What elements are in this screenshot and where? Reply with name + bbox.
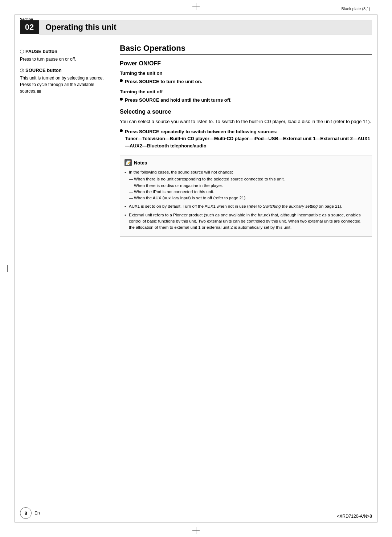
bullet-dot	[120, 79, 123, 82]
source-button-section: Ⓙ SOURCE button This unit is turned on b…	[20, 68, 107, 94]
bullet-dot-3	[120, 129, 123, 132]
select-source-bullet: Press SOURCE repeatedly to switch betwee…	[120, 128, 372, 150]
notes-item-2: AUX1 is set to on by default. Turn off t…	[124, 203, 367, 209]
footer-left-inner: 8 En	[20, 507, 40, 519]
source-number: Ⓙ	[20, 68, 24, 73]
turning-on-heading: Turning the unit on	[120, 70, 372, 76]
pause-body: Press to turn pause on or off.	[20, 56, 107, 62]
source-title: SOURCE button	[25, 68, 62, 73]
notes-box: 📝 Notes In the following cases, the soun…	[120, 155, 372, 237]
notes-subitem-4: When the AUX (auxiliary input) is set to…	[129, 195, 367, 201]
bullet-dot-2	[120, 98, 123, 101]
crosshair-left	[4, 265, 11, 272]
notes-subitem-3: When the iPod is not connected to this u…	[129, 189, 367, 195]
selecting-source-heading: Selecting a source	[120, 109, 372, 115]
turn-on-text: Press SOURCE to turn the unit on.	[125, 78, 202, 85]
crosshair-right	[381, 265, 388, 272]
right-column: Basic Operations Power ON/OFF Turning th…	[120, 44, 372, 237]
section-title: Operating this unit	[39, 20, 372, 34]
power-section: Power ON/OFF Turning the unit on Press S…	[120, 60, 372, 103]
pause-button-section: Ⓘ PAUSE button Press to turn pause on or…	[20, 49, 107, 62]
section-header: 02 Operating this unit	[20, 20, 372, 34]
page-header: Black plate (8,1)	[342, 7, 370, 11]
turn-off-text: Press SOURCE and hold until the unit tur…	[125, 97, 232, 104]
pause-header: Ⓘ PAUSE button	[20, 49, 107, 54]
crosshair-top	[192, 3, 200, 10]
notes-title: Notes	[134, 160, 147, 166]
notes-subitem-1: When there is no unit corresponding to t…	[129, 176, 367, 182]
stop-icon	[37, 90, 41, 93]
page-number: 8	[20, 507, 32, 519]
section-number: 02	[20, 20, 39, 34]
source-header: Ⓙ SOURCE button	[20, 68, 107, 73]
crosshair-bottom	[192, 527, 200, 534]
notes-item-3: External unit refers to a Pioneer produc…	[124, 212, 367, 231]
turn-off-bullet: Press SOURCE and hold until the unit tur…	[120, 97, 372, 104]
footer-left: 8 En	[20, 507, 40, 519]
notes-subitem-2: When there is no disc or magazine in the…	[129, 183, 367, 189]
select-source-bold: Press SOURCE repeatedly to switch betwee…	[125, 129, 277, 134]
pause-title: PAUSE button	[25, 49, 57, 54]
notes-sublist-1: When there is no unit corresponding to t…	[129, 176, 367, 201]
notes-item-1: In the following cases, the sound source…	[124, 169, 367, 201]
italic-ref: Switching the auxili­ary setting	[263, 204, 318, 208]
select-source-text: Press SOURCE repeatedly to switch betwee…	[125, 128, 372, 150]
notes-list: In the following cases, the sound source…	[124, 169, 367, 231]
footer-model: <XRD7120-A/N>8	[337, 514, 372, 519]
source-body: This unit is turned on by selecting a so…	[20, 75, 107, 94]
power-heading: Power ON/OFF	[120, 60, 372, 67]
selecting-source-section: Selecting a source You can select a sour…	[120, 109, 372, 149]
turn-on-bullet: Press SOURCE to turn the unit on.	[120, 78, 372, 85]
footer-right: <XRD7120-A/N>8	[337, 514, 372, 519]
notes-icon: 📝	[124, 159, 132, 166]
notes-header: 📝 Notes	[124, 159, 367, 166]
main-heading: Basic Operations	[120, 44, 372, 55]
source-list: Tuner—Television—Built-in CD player—Mult…	[125, 136, 370, 149]
header-label: Black plate (8,1)	[342, 7, 370, 11]
footer-lang: En	[34, 510, 40, 516]
pause-number: Ⓘ	[20, 49, 24, 54]
selecting-source-intro: You can select a source you want to list…	[120, 118, 372, 125]
turning-off-heading: Turning the unit off	[120, 89, 372, 94]
left-column: Ⓘ PAUSE button Press to turn pause on or…	[20, 44, 107, 94]
